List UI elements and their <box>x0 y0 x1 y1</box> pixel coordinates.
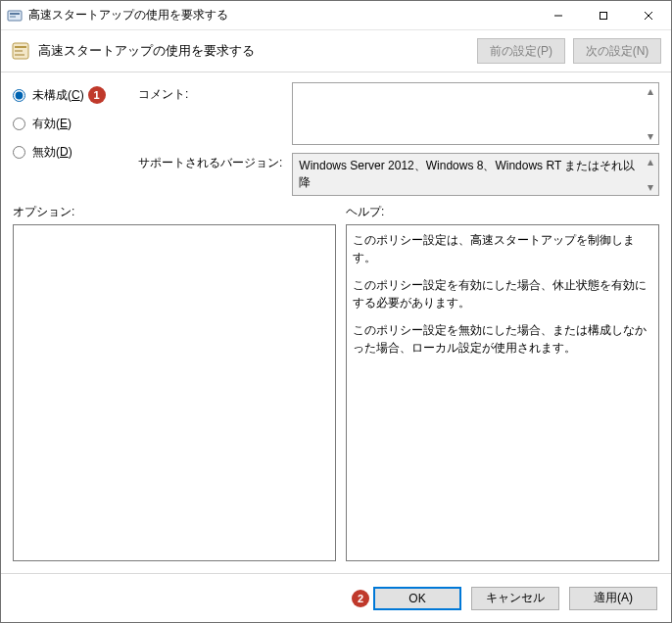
radio-enabled-label: 有効(E) <box>32 116 72 132</box>
header-title: 高速スタートアップの使用を要求する <box>38 42 469 60</box>
callout-2: 2 <box>352 590 369 607</box>
ok-callout-wrapper: 2 OK <box>352 587 461 610</box>
svg-rect-2 <box>10 16 16 18</box>
supported-value: Windows Server 2012、Windows 8、Windows RT… <box>299 159 635 189</box>
mid-labels: オプション: ヘルプ: <box>13 204 659 220</box>
supported-label: サポートされるバージョン: <box>138 153 282 171</box>
radio-enabled[interactable]: 有効(E) <box>13 116 128 132</box>
next-setting-button[interactable]: 次の設定(N) <box>573 38 661 64</box>
footer-bar: 2 OK キャンセル 適用(A) <box>1 573 671 622</box>
help-paragraph-1: このポリシー設定は、高速スタートアップを制御します。 <box>353 231 652 266</box>
content-area: 未構成(C) 1 有効(E) 無効(D) コメント: サポートされるバージョン: <box>1 72 671 573</box>
options-pane[interactable] <box>13 224 336 561</box>
scroll-down-icon[interactable]: ▾ <box>645 130 656 142</box>
comment-label: コメント: <box>138 84 282 147</box>
help-paragraph-3: このポリシー設定を無効にした場合、または構成しなかった場合、ローカル設定が使用さ… <box>353 321 652 357</box>
radio-disabled[interactable]: 無効(D) <box>13 144 128 161</box>
policy-icon <box>11 41 30 61</box>
top-row: 未構成(C) 1 有効(E) 無効(D) コメント: サポートされるバージョン: <box>13 82 659 196</box>
app-icon <box>7 8 23 24</box>
previous-setting-button[interactable]: 前の設定(P) <box>477 38 565 64</box>
supported-on-textbox: Windows Server 2012、Windows 8、Windows RT… <box>292 153 659 196</box>
scroll-down-icon: ▾ <box>645 181 656 193</box>
apply-button[interactable]: 適用(A) <box>569 587 657 610</box>
window-controls <box>536 1 671 29</box>
state-radio-group: 未構成(C) 1 有効(E) 無効(D) <box>13 82 128 196</box>
cancel-button[interactable]: キャンセル <box>471 587 559 610</box>
help-pane[interactable]: このポリシー設定は、高速スタートアップを制御します。 このポリシー設定を有効にし… <box>346 224 659 561</box>
svg-rect-1 <box>10 13 20 15</box>
policy-editor-window: 高速スタートアップの使用を要求する 高速スタートアップの使用を要求する 前の設定… <box>0 0 672 623</box>
minimize-button[interactable] <box>536 1 581 30</box>
scroll-up-icon: ▴ <box>645 156 656 168</box>
top-fields-col: ▴ ▾ Windows Server 2012、Windows 8、Window… <box>292 82 659 196</box>
callout-1: 1 <box>88 86 106 104</box>
radio-disabled-input[interactable] <box>13 146 25 159</box>
top-labels-col: コメント: サポートされるバージョン: <box>138 82 282 196</box>
comment-textbox[interactable]: ▴ ▾ <box>292 82 659 145</box>
help-paragraph-2: このポリシー設定を有効にした場合、休止状態を有効にする必要があります。 <box>353 276 652 312</box>
ok-button[interactable]: OK <box>373 587 461 610</box>
header-bar: 高速スタートアップの使用を要求する 前の設定(P) 次の設定(N) <box>1 30 671 72</box>
radio-not-configured[interactable]: 未構成(C) 1 <box>13 86 128 104</box>
help-label: ヘルプ: <box>346 204 659 220</box>
close-button[interactable] <box>626 1 671 30</box>
window-title: 高速スタートアップの使用を要求する <box>28 7 536 24</box>
svg-rect-8 <box>15 46 26 48</box>
titlebar: 高速スタートアップの使用を要求する <box>1 1 671 30</box>
svg-rect-4 <box>600 13 607 20</box>
radio-not-configured-input[interactable] <box>13 89 25 102</box>
radio-disabled-label: 無効(D) <box>32 144 72 161</box>
panes-row: このポリシー設定は、高速スタートアップを制御します。 このポリシー設定を有効にし… <box>13 224 659 561</box>
svg-rect-9 <box>15 50 23 52</box>
svg-rect-10 <box>15 54 24 56</box>
radio-not-configured-label: 未構成(C) <box>32 87 84 104</box>
options-label: オプション: <box>13 204 346 220</box>
maximize-button[interactable] <box>581 1 626 30</box>
scroll-up-icon[interactable]: ▴ <box>645 85 656 97</box>
radio-enabled-input[interactable] <box>13 118 25 130</box>
